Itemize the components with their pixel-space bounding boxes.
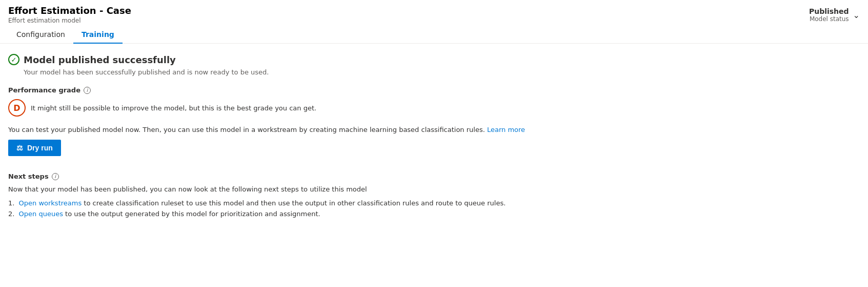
tab-training[interactable]: Training [73,26,123,44]
test-description: You can test your published model now. T… [8,126,860,133]
next-steps-info-icon[interactable]: i [52,173,59,180]
list-item: 1. Open workstreams to create classifica… [8,199,860,207]
chevron-down-icon[interactable]: ⌄ [853,10,860,20]
steps-list: 1. Open workstreams to create classifica… [8,199,860,218]
page-title: Effort Estimation - Case [8,5,131,16]
page-subtitle: Effort estimation model [8,17,131,24]
success-icon: ✓ [8,54,19,65]
next-steps-label: Next steps i [8,173,860,180]
success-title: Model published successfully [24,54,176,65]
flask-icon: ⚖ [16,144,23,152]
model-status-info: Published Model status [809,7,849,23]
grade-row: D It might still be possible to improve … [8,99,860,117]
list-item: 2. Open queues to use the output generat… [8,210,860,218]
page-header: Effort Estimation - Case Effort estimati… [0,0,868,24]
header-right: Published Model status ⌄ [809,5,860,23]
main-content: ✓ Model published successfully Your mode… [0,44,868,231]
next-steps-description: Now that your model has been published, … [8,185,860,193]
tab-configuration[interactable]: Configuration [8,26,73,44]
success-description: Your model has been successfully publish… [24,68,860,76]
performance-grade-label: Performance grade i [8,86,860,94]
open-queues-link[interactable]: Open queues [19,210,63,218]
open-workstreams-link[interactable]: Open workstreams [19,199,82,207]
grade-badge: D [8,99,26,117]
header-left: Effort Estimation - Case Effort estimati… [8,5,131,24]
grade-description: It might still be possible to improve th… [31,104,316,112]
learn-more-link[interactable]: Learn more [487,126,525,133]
tabs-nav: Configuration Training [0,26,868,44]
model-status-label: Model status [809,15,849,23]
next-steps-section: Next steps i Now that your model has bee… [8,173,860,218]
success-header: ✓ Model published successfully [8,54,860,65]
dry-run-button[interactable]: ⚖ Dry run [8,140,61,156]
published-status: Published [809,7,849,15]
performance-info-icon[interactable]: i [84,87,91,94]
